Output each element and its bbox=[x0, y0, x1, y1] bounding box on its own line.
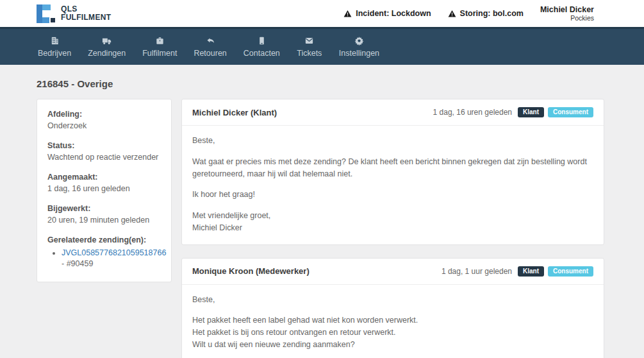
message-timestamp: 1 dag, 16 uren geleden bbox=[433, 108, 512, 117]
shipment-link[interactable]: JVGL0585776821059518766 bbox=[62, 248, 166, 257]
reply-arrow-icon bbox=[206, 36, 215, 46]
nav-item-contacten[interactable]: Contacten bbox=[235, 36, 288, 58]
envelope-icon bbox=[304, 36, 314, 46]
field-label: Gerelateerde zending(en): bbox=[47, 235, 161, 246]
storing-label: Storing: bol.com bbox=[460, 9, 524, 18]
top-header: QLS FULFILMENT Incident: Lockdown Storin… bbox=[0, 0, 644, 27]
field-value: Onderzoek bbox=[47, 121, 161, 132]
nav-label: Fulfilment bbox=[142, 49, 177, 58]
message-paragraph: Wat gaat er precies mis met deze zending… bbox=[192, 156, 593, 180]
field-value: 1 dag, 16 uren geleden bbox=[47, 183, 161, 195]
nav-label: Tickets bbox=[297, 49, 322, 58]
message-body: Beste, Het pakket heeft een label gehad … bbox=[182, 285, 604, 358]
field-bijgewerkt: Bijgewerkt: 20 uren, 19 minuten geleden bbox=[47, 203, 161, 226]
related-shipment-item: JVGL0585776821059518766 - #90459 bbox=[62, 248, 161, 270]
message-author: Michiel Dicker (Klant) bbox=[192, 108, 277, 117]
truck-icon bbox=[102, 36, 111, 46]
nav-item-bedrijven[interactable]: Bedrijven bbox=[29, 36, 79, 58]
message-header: Monique Kroon (Medewerker) 1 dag, 1 uur … bbox=[182, 259, 604, 285]
contact-card-icon bbox=[257, 36, 267, 46]
consument-badge: Consument bbox=[548, 266, 593, 277]
gear-icon bbox=[354, 36, 364, 46]
message-thread: Michiel Dicker (Klant) 1 dag, 16 uren ge… bbox=[181, 99, 604, 358]
message-author: Monique Kroon (Medewerker) bbox=[192, 266, 310, 276]
nav-item-retouren[interactable]: Retouren bbox=[185, 36, 235, 58]
message-card: Monique Kroon (Medewerker) 1 dag, 1 uur … bbox=[181, 258, 604, 358]
nav-label: Retouren bbox=[194, 49, 226, 58]
klant-badge: Klant bbox=[518, 107, 544, 117]
nav-item-instellingen[interactable]: Instellingen bbox=[331, 36, 388, 58]
brand-logo[interactable]: QLS FULFILMENT bbox=[37, 4, 111, 23]
main-nav: Bedrijven Zendingen Fulfilment Retouren … bbox=[0, 27, 644, 65]
field-label: Bijgewerkt: bbox=[47, 203, 161, 215]
consument-badge: Consument bbox=[548, 107, 593, 117]
related-shipment-list: JVGL0585776821059518766 - #90459 bbox=[62, 248, 161, 270]
page-title: 216845 - Overige bbox=[37, 78, 644, 89]
field-value: Wachtend op reactie verzender bbox=[47, 152, 161, 164]
message-paragraph: Het pakket heeft een label gehad wat nie… bbox=[192, 314, 593, 350]
klant-badge: Klant bbox=[518, 266, 544, 277]
field-label: Afdeling: bbox=[47, 109, 161, 121]
user-menu[interactable]: Michiel Dicker Pockies bbox=[540, 5, 594, 22]
message-card: Michiel Dicker (Klant) 1 dag, 16 uren ge… bbox=[181, 99, 604, 245]
nav-item-zendingen[interactable]: Zendingen bbox=[79, 36, 134, 58]
field-value: 20 uren, 19 minuten geleden bbox=[47, 215, 161, 226]
message-header: Michiel Dicker (Klant) 1 dag, 16 uren ge… bbox=[182, 99, 604, 126]
nav-item-tickets[interactable]: Tickets bbox=[288, 36, 331, 58]
warning-icon bbox=[448, 10, 456, 18]
user-company: Pockies bbox=[540, 14, 594, 22]
nav-label: Contacten bbox=[244, 49, 280, 58]
message-paragraph: Met vriendelijke groet, Michiel Dicker bbox=[192, 210, 593, 234]
nav-label: Zendingen bbox=[88, 49, 126, 58]
building-icon bbox=[50, 36, 60, 46]
field-status: Status: Wachtend op reactie verzender bbox=[47, 141, 161, 163]
message-timestamp: 1 dag, 1 uur geleden bbox=[442, 267, 512, 276]
briefcase-icon bbox=[155, 36, 165, 46]
incident-alert[interactable]: Incident: Lockdown bbox=[343, 9, 431, 18]
nav-label: Bedrijven bbox=[38, 49, 71, 58]
field-label: Aangemaakt: bbox=[47, 172, 161, 183]
brand-name: QLS FULFILMENT bbox=[61, 5, 111, 22]
field-afdeling: Afdeling: Onderzoek bbox=[47, 109, 161, 132]
warning-icon bbox=[343, 10, 352, 18]
content-area: Afdeling: Onderzoek Status: Wachtend op … bbox=[0, 99, 644, 358]
incident-label: Incident: Lockdown bbox=[356, 9, 431, 18]
field-gerelateerde-zendingen: Gerelateerde zending(en): JVGL0585776821… bbox=[47, 235, 161, 270]
field-aangemaakt: Aangemaakt: 1 dag, 16 uren geleden bbox=[47, 172, 161, 194]
ticket-info-card: Afdeling: Onderzoek Status: Wachtend op … bbox=[37, 99, 172, 282]
nav-item-fulfilment[interactable]: Fulfilment bbox=[134, 36, 185, 58]
message-paragraph: Ik hoor het graag! bbox=[192, 189, 593, 201]
shipment-suffix: - #90459 bbox=[62, 259, 93, 268]
message-body: Beste, Wat gaat er precies mis met deze … bbox=[182, 126, 604, 244]
message-paragraph: Beste, bbox=[192, 135, 593, 147]
user-name: Michiel Dicker bbox=[540, 5, 594, 14]
field-label: Status: bbox=[47, 141, 161, 152]
message-paragraph: Beste, bbox=[192, 294, 593, 306]
qls-logo-icon bbox=[37, 4, 55, 23]
storing-alert[interactable]: Storing: bol.com bbox=[448, 9, 524, 18]
nav-label: Instellingen bbox=[339, 49, 379, 58]
